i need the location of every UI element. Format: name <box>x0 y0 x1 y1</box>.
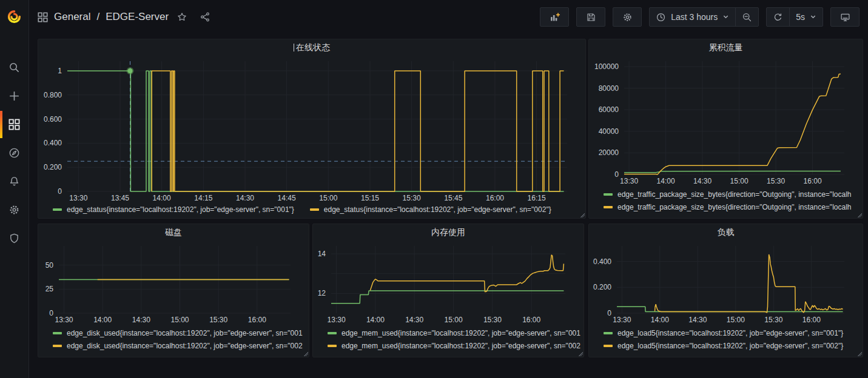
svg-text:14:45: 14:45 <box>278 194 296 202</box>
svg-text:13:30: 13:30 <box>69 194 87 202</box>
panel-memory-usage: 内存使用 121413:3014:0014:3015:0015:3016:00 … <box>312 224 584 357</box>
sidebar-item-server-admin[interactable] <box>0 224 29 253</box>
refresh-interval-label: 5s <box>796 12 805 22</box>
chart-svg: 00.2000.40013:3014:0014:3015:0015:3016:0… <box>589 240 863 327</box>
legend-swatch <box>328 345 337 347</box>
svg-text:13:30: 13:30 <box>613 316 631 324</box>
panel-resize-handle[interactable] <box>857 213 862 217</box>
dashboard-settings-button[interactable] <box>613 7 642 27</box>
dashboard-header: General / EDGE-Server Last 3 hours <box>29 0 868 34</box>
legend-item[interactable]: edge_load5{instance="localhost:19202", j… <box>604 327 858 340</box>
legend-swatch <box>53 332 62 334</box>
svg-text:14:30: 14:30 <box>688 316 707 324</box>
kiosk-mode-button[interactable] <box>830 7 860 27</box>
grafana-logo[interactable] <box>0 0 29 33</box>
legend-item[interactable]: edge_disk_used{instance="localhost:19202… <box>53 327 304 340</box>
legend-label: edge_status{instance="localhost:19202", … <box>324 205 551 214</box>
time-range-label: Last 3 hours <box>671 12 718 22</box>
breadcrumb-folder[interactable]: General <box>54 11 90 23</box>
panel-title[interactable]: 累积流量 <box>589 39 863 55</box>
time-range-picker[interactable]: Last 3 hours <box>650 8 735 26</box>
chart-online-status[interactable]: 00.2000.4000.6000.800113:3013:4514:0014:… <box>38 55 585 205</box>
chart-load[interactable]: 00.2000.40013:3014:0014:3015:0015:3016:0… <box>589 240 863 327</box>
breadcrumb-dashboard-title[interactable]: EDGE-Server <box>106 11 169 23</box>
star-icon <box>177 12 187 22</box>
legend-swatch <box>604 206 613 208</box>
legend-label: edge_disk_used{instance="localhost:19202… <box>67 342 303 350</box>
svg-text:14:30: 14:30 <box>132 316 150 324</box>
svg-text:14:30: 14:30 <box>405 316 423 324</box>
svg-text:14:15: 14:15 <box>194 194 212 202</box>
sidebar-item-search[interactable] <box>0 53 29 82</box>
svg-text:16:00: 16:00 <box>804 177 822 185</box>
svg-text:15:00: 15:00 <box>730 177 749 185</box>
svg-text:15:30: 15:30 <box>483 316 502 324</box>
chart-disk[interactable]: 0255013:3014:0014:3015:0015:3016:00 <box>38 240 309 327</box>
clock-icon <box>656 12 666 22</box>
svg-text:14: 14 <box>318 250 326 258</box>
sidebar-item-dashboards[interactable] <box>0 110 29 139</box>
legend-swatch <box>53 345 62 347</box>
chart-svg: 0255013:3014:0014:3015:0015:3016:00 <box>38 240 309 327</box>
legend-label: edge_traffic_package_size_bytes{directio… <box>617 203 851 211</box>
legend-item[interactable]: edge_mem_used{instance="localhost:19202"… <box>328 340 579 353</box>
save-dashboard-button[interactable] <box>576 7 605 27</box>
svg-text:0.400: 0.400 <box>44 139 62 147</box>
svg-text:40000: 40000 <box>599 127 619 136</box>
svg-text:0.200: 0.200 <box>593 283 611 291</box>
sidebar-item-create[interactable] <box>0 82 29 110</box>
svg-text:15:30: 15:30 <box>403 194 421 202</box>
legend-item[interactable]: edge_traffic_package_size_bytes{directio… <box>604 188 858 201</box>
svg-text:100000: 100000 <box>594 62 619 71</box>
svg-text:14:30: 14:30 <box>693 177 712 185</box>
svg-text:14:00: 14:00 <box>93 316 112 324</box>
svg-text:60000: 60000 <box>599 105 619 114</box>
panel-title[interactable]: 磁盘 <box>38 224 309 240</box>
panel-title[interactable]: 内存使用 <box>313 224 584 240</box>
save-icon <box>586 12 596 22</box>
svg-text:15:00: 15:00 <box>727 316 745 324</box>
grafana-logo-icon <box>6 8 22 25</box>
legend-item[interactable]: edge_status{instance="localhost:19202", … <box>310 205 551 214</box>
panel-resize-handle[interactable] <box>303 351 308 356</box>
legend-item[interactable]: edge_mem_used{instance="localhost:19202"… <box>328 327 579 340</box>
svg-text:14:00: 14:00 <box>657 177 675 185</box>
svg-text:15:30: 15:30 <box>209 316 227 324</box>
panel-title[interactable]: 在线状态 <box>38 39 585 55</box>
dashboard-squares-icon <box>38 12 48 22</box>
share-button[interactable] <box>200 12 210 22</box>
legend-swatch <box>604 193 613 196</box>
refresh-button[interactable] <box>767 8 789 26</box>
chart-svg: 02000040000600008000010000013:3014:0014:… <box>589 55 863 188</box>
sidebar-item-alerting[interactable] <box>0 167 29 196</box>
legend-item[interactable]: edge_traffic_package_size_bytes{directio… <box>604 201 858 214</box>
panel-resize-handle[interactable] <box>857 351 862 356</box>
panel-title[interactable]: 负载 <box>589 224 863 240</box>
svg-text:0.800: 0.800 <box>44 91 62 99</box>
svg-text:14:00: 14:00 <box>651 316 669 324</box>
bell-icon <box>8 176 20 187</box>
star-button[interactable] <box>177 12 187 22</box>
refresh-icon <box>773 12 783 22</box>
add-panel-button[interactable] <box>540 7 569 27</box>
svg-text:13:30: 13:30 <box>328 316 346 324</box>
svg-text:12: 12 <box>318 289 326 297</box>
legend-item[interactable]: edge_status{instance="localhost:19202", … <box>53 205 294 214</box>
legend-item[interactable]: edge_disk_used{instance="localhost:19202… <box>53 340 304 353</box>
legend-label: edge_disk_used{instance="localhost:19202… <box>67 329 303 337</box>
panel-resize-handle[interactable] <box>580 213 585 217</box>
zoom-out-icon <box>742 12 752 22</box>
refresh-interval-picker[interactable]: 5s <box>789 8 823 26</box>
chart-memory-usage[interactable]: 121413:3014:0014:3015:0015:3016:00 <box>313 240 584 327</box>
chevron-down-icon <box>722 12 729 22</box>
legend-swatch <box>310 208 319 211</box>
svg-text:14:00: 14:00 <box>153 194 171 202</box>
zoom-out-button[interactable] <box>735 8 758 26</box>
sidebar-item-configuration[interactable] <box>0 196 29 224</box>
legend: edge_load5{instance="localhost:19202", j… <box>589 327 863 357</box>
chart-cumulative-traffic[interactable]: 02000040000600008000010000013:3014:0014:… <box>589 55 863 188</box>
time-picker-group: Last 3 hours <box>649 7 759 27</box>
panel-resize-handle[interactable] <box>578 351 583 356</box>
sidebar-item-explore[interactable] <box>0 139 29 167</box>
legend-item[interactable]: edge_load5{instance="localhost:19202", j… <box>604 340 858 353</box>
